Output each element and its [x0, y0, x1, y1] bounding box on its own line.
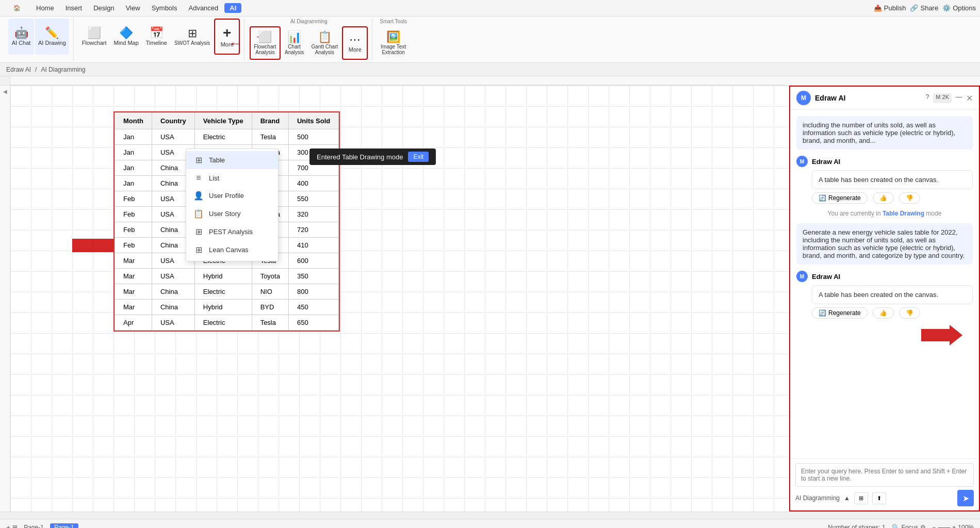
ai-logo-small-1: M: [796, 156, 808, 167]
chart-analysis-icon: 📊: [287, 31, 301, 43]
gantt-icon: 📋: [318, 31, 332, 43]
more2-button[interactable]: ⋯ More: [342, 26, 368, 60]
ribbon-tools-section: ⬜ Flowchart 🔷 Mind Map 📅 Timeline ⊞ SWOT…: [75, 19, 244, 60]
breadcrumb-bar: Edraw AI / AI Diagramming: [0, 63, 980, 76]
bottom-right: Number of shapes: 1 🔍 Focus ⚙ − —— + 100…: [828, 524, 974, 529]
user-story-icon: 📋: [193, 209, 204, 219]
table-drawing-toast: Entered Table Drawing mode Exit: [309, 148, 436, 165]
options-button[interactable]: ⚙️ Options: [942, 4, 976, 12]
image-text-icon: 🖼️: [386, 31, 400, 43]
menu-advanced[interactable]: Advanced: [183, 3, 223, 13]
focus-icon[interactable]: 🔍: [892, 524, 900, 529]
dropdown-pest[interactable]: ⊞ PEST Analysis: [186, 223, 278, 241]
menu-home[interactable]: Home: [31, 3, 59, 13]
arrow-from-dropdown: →: [229, 36, 241, 51]
regenerate-button-2[interactable]: 🔄 Regenerate: [812, 307, 868, 319]
ai-panel: M Edraw AI ? M 2K — ✕ including the numb…: [789, 86, 980, 512]
dropdown-lean-canvas[interactable]: ⊞ Lean Canvas: [186, 241, 278, 259]
regenerate-icon-2: 🔄: [819, 309, 826, 317]
dropdown-table[interactable]: ⊞ Table: [186, 151, 278, 169]
thumbs-down-1[interactable]: 👎: [899, 192, 920, 204]
ai-input-area: AI Diagramming ▲ ⊞ ⬆ ➤: [795, 463, 974, 506]
ai-panel-close-button[interactable]: ✕: [966, 93, 973, 103]
thumbs-down-2[interactable]: 👎: [899, 307, 920, 319]
focus-label[interactable]: Focus: [902, 524, 919, 529]
svg-marker-3: [921, 325, 962, 345]
table-icon: ⊞: [193, 155, 204, 165]
chevron-down-icon[interactable]: ▲: [844, 494, 850, 502]
add-page-button[interactable]: +: [6, 523, 10, 529]
ai-sender-2: Edraw AI: [812, 273, 840, 280]
menu-design[interactable]: Design: [88, 3, 119, 13]
swot-button[interactable]: ⊞ SWOT Analysis: [171, 19, 213, 55]
ai-badge: M 2K: [933, 93, 952, 103]
thumbs-up-2[interactable]: 👍: [873, 307, 894, 319]
toast-exit-button[interactable]: Exit: [408, 152, 429, 162]
ai-minimize-icon[interactable]: —: [956, 93, 962, 103]
nav-collapse[interactable]: ◀: [3, 89, 7, 94]
ai-message-1-header: M Edraw AI: [796, 156, 973, 167]
ribbon-tools-group: ⬜ Flowchart 🔷 Mind Map 📅 Timeline ⊞ SWOT…: [79, 19, 240, 55]
page-label-1[interactable]: Page-1: [20, 523, 48, 529]
zoom-percentage[interactable]: 100%: [958, 524, 974, 529]
menu-right: 📤 Publish 🔗 Share ⚙️ Options: [874, 4, 976, 12]
regenerate-button-1[interactable]: 🔄 Regenerate: [812, 192, 868, 204]
table-row: MarUSAHybridToyota350: [115, 269, 339, 284]
dropdown-user-profile[interactable]: 👤 User Profile: [186, 187, 278, 205]
col-units-sold: Units Sold: [288, 113, 338, 129]
user-profile-icon: 👤: [193, 191, 204, 201]
ai-question-icon[interactable]: ?: [926, 93, 929, 103]
table-row: MarChinaElectricNIO800: [115, 284, 339, 300]
ai-message-content-1: A table has been created on the canvas.: [812, 170, 973, 189]
flowchart-analysis-button[interactable]: ⬜ FlowchartAnalysis: [250, 26, 280, 60]
ai-drawing-icon: ✏️: [45, 27, 59, 39]
menu-view[interactable]: View: [121, 3, 145, 13]
page-menu-button[interactable]: ⊞: [12, 524, 18, 529]
share-button[interactable]: 🔗 Share: [910, 4, 938, 12]
layout-button[interactable]: ⊞: [854, 492, 868, 504]
table-header-row: Month Country Vehicle Type Brand Units S…: [115, 113, 339, 129]
ruler-svg: var labels = [-40,-20,0,20,40,60,80,100,…: [10, 76, 784, 86]
image-text-button[interactable]: 🖼️ Image TextExtraction: [378, 26, 409, 60]
ai-logo-small-2: M: [796, 271, 808, 282]
flowchart-button[interactable]: ⬜ Flowchart: [79, 19, 110, 55]
breadcrumb-sep: /: [35, 66, 37, 73]
zoom-out-button[interactable]: −: [932, 524, 936, 529]
thumbs-up-1[interactable]: 👍: [873, 192, 894, 204]
ai-message-2-header: M Edraw AI: [796, 271, 973, 282]
active-page-tab[interactable]: Page-1: [50, 523, 78, 529]
menu-ai[interactable]: AI: [224, 3, 241, 13]
dropdown-list[interactable]: ≡ List: [186, 169, 278, 187]
ai-message-actions-1: 🔄 Regenerate 👍 👎: [812, 192, 973, 204]
lean-canvas-icon: ⊞: [193, 245, 204, 255]
page-controls: + ⊞ Page-1 Page-1: [6, 523, 78, 529]
ai-diagramming-label-footer: AI Diagramming: [795, 494, 840, 502]
swot-icon: ⊞: [188, 28, 197, 39]
export-button[interactable]: ⬆: [872, 492, 886, 504]
ai-sender-1: Edraw AI: [812, 158, 840, 166]
chart-analysis-button[interactable]: 📊 ChartAnalysis: [282, 26, 307, 60]
toast-message: Entered Table Drawing mode: [317, 153, 403, 161]
mind-map-button[interactable]: 🔷 Mind Map: [110, 19, 141, 55]
ruler-container: var labels = [-40,-20,0,20,40,60,80,100,…: [0, 76, 980, 86]
ai-send-button[interactable]: ➤: [957, 490, 974, 506]
settings-icon[interactable]: ⚙: [920, 524, 926, 529]
gantt-analysis-button[interactable]: 📋 Gantt ChartAnalysis: [308, 26, 341, 60]
home-icon[interactable]: 🏠: [4, 4, 30, 12]
horizontal-scrollbar[interactable]: [0, 512, 980, 519]
more-dropdown-menu: ⊞ Table ≡ List 👤 User Profile 📋 User Sto…: [186, 148, 279, 261]
ai-drawing-button[interactable]: ✏️ AI Drawing: [35, 19, 69, 55]
publish-button[interactable]: 📤 Publish: [874, 4, 906, 12]
zoom-in-button[interactable]: +: [952, 524, 956, 529]
menu-symbols[interactable]: Symbols: [146, 3, 183, 13]
menu-insert[interactable]: Insert: [60, 3, 88, 13]
dropdown-user-story[interactable]: 📋 User Story: [186, 205, 278, 223]
ai-chat-button[interactable]: 🤖 AI Chat: [8, 19, 34, 55]
ai-query-input[interactable]: [795, 463, 974, 487]
canvas-area[interactable]: ⊞ Table ≡ List 👤 User Profile 📋 User Sto…: [10, 86, 789, 512]
timeline-button[interactable]: 📅 Timeline: [143, 19, 170, 55]
zoom-slider[interactable]: ——: [938, 524, 950, 529]
arrow-to-input-container: [796, 325, 973, 345]
col-vehicle-type: Vehicle Type: [194, 113, 252, 129]
ai-panel-header-actions: ? M 2K — ✕: [926, 93, 973, 103]
